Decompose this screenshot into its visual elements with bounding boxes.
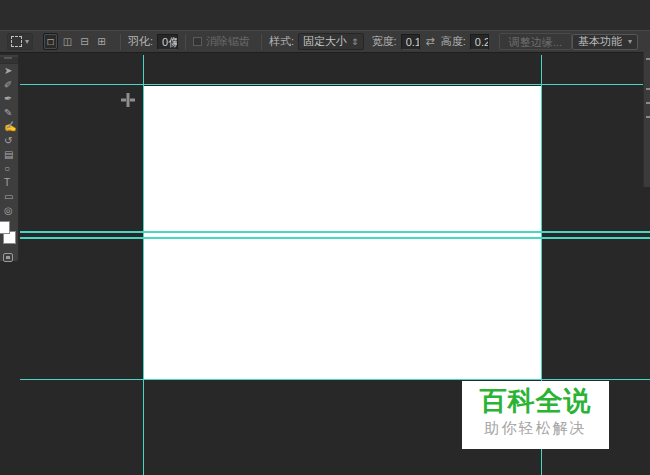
tool-lasso[interactable]: ✐	[0, 78, 18, 92]
tool-blur[interactable]: ○	[0, 162, 18, 176]
rectangular-marquee-icon	[11, 36, 22, 47]
watermark-card: 百科全说 助你轻松解决	[462, 381, 609, 449]
foreground-color-swatch[interactable]	[0, 221, 10, 234]
history-brush-tool-icon: ↺	[4, 136, 12, 146]
panel-icon-fragment	[646, 102, 650, 104]
height-label: 高度:	[441, 34, 466, 49]
lasso-tool-icon: ✐	[4, 80, 12, 90]
marquee-tool-preset[interactable]: ▾	[7, 33, 33, 50]
workspace-switcher-dropdown[interactable]: 基本功能 ▾	[572, 34, 638, 50]
brush-tool-icon: ✎	[4, 108, 12, 118]
style-dropdown[interactable]: 固定大小 ⇕	[298, 33, 364, 50]
blur-tool-icon: ○	[4, 164, 10, 174]
horizontal-guide-middle-lower[interactable]	[20, 237, 650, 239]
divider	[185, 34, 186, 50]
collapsed-panel-strip[interactable]	[643, 52, 650, 187]
updown-arrows-icon: ⇕	[351, 37, 359, 47]
tool-clone-stamp[interactable]: ✍	[0, 120, 18, 134]
vertical-guide-left[interactable]	[143, 55, 144, 475]
antialias-checkbox[interactable]	[193, 37, 202, 46]
subtract-from-selection-button[interactable]: ⊟	[77, 33, 92, 50]
height-input[interactable]: 0.2 厘米	[470, 34, 489, 50]
refine-edge-button[interactable]: 调整边缘...	[499, 33, 572, 50]
crosshair-vertical-bar	[126, 93, 130, 107]
clone-stamp-tool-icon: ✍	[4, 122, 16, 132]
divider	[261, 34, 262, 50]
panel-icon-fragment	[646, 88, 650, 90]
tool-eyedropper[interactable]: ✒	[0, 92, 18, 106]
tool-history-brush[interactable]: ↺	[0, 134, 18, 148]
selection-mode-buttons: □ ◫ ⊟ ⊞	[43, 33, 109, 50]
chevron-down-icon: ▾	[628, 38, 632, 46]
width-input[interactable]: 0.1 厘米	[401, 34, 420, 50]
horizontal-guide-bottom[interactable]	[20, 379, 650, 380]
zoom-tool-icon: ◎	[4, 206, 13, 216]
workspace-switcher-value: 基本功能	[578, 34, 622, 49]
width-label: 宽度:	[372, 34, 397, 49]
horizontal-guide-middle-upper[interactable]	[20, 231, 650, 233]
quick-mask-icon[interactable]	[3, 253, 13, 262]
intersect-selection-button[interactable]: ⊞	[94, 33, 109, 50]
tool-zoom[interactable]: ◎	[0, 204, 18, 218]
panel-icon-fragment	[646, 116, 650, 118]
palette-grip-icon	[4, 57, 12, 59]
chevron-down-icon: ▾	[25, 38, 29, 46]
menu-bar-strip	[0, 0, 650, 30]
tool-gradient[interactable]: ▤	[0, 148, 18, 162]
feather-label: 羽化:	[128, 34, 153, 49]
panel-icon-fragment	[646, 58, 650, 60]
color-swatches	[0, 220, 18, 250]
tool-type[interactable]: T	[0, 176, 18, 190]
swap-dimensions-icon[interactable]: ⇄	[426, 35, 435, 48]
tool-move[interactable]: ➤	[0, 64, 18, 78]
tool-palette-header[interactable]	[0, 57, 18, 64]
type-tool-icon: T	[4, 178, 10, 188]
options-bar: ▾ □ ◫ ⊟ ⊞ 羽化: 0像素 消除锯齿 样式: 固定大小 ⇕ 宽度: 0.…	[0, 30, 650, 53]
horizontal-guide-top[interactable]	[20, 84, 643, 85]
gradient-tool-icon: ▤	[4, 150, 13, 160]
photoshop-workspace: { "colors": { "guide": "#45d6c4", "water…	[0, 0, 650, 475]
tool-brush[interactable]: ✎	[0, 106, 18, 120]
watermark-subtitle: 助你轻松解决	[462, 419, 609, 438]
crosshair-cursor	[121, 93, 135, 107]
antialias-label: 消除锯齿	[206, 34, 250, 49]
document-canvas[interactable]	[143, 86, 541, 380]
shape-tool-icon: ▭	[4, 192, 13, 202]
tool-shape[interactable]: ▭	[0, 190, 18, 204]
style-dropdown-value: 固定大小	[303, 34, 347, 49]
feather-input[interactable]: 0像素	[157, 34, 178, 50]
tool-palette: ➤ ✐ ✒ ✎ ✍ ↺ ▤ ○ T ▭ ◎	[0, 55, 19, 262]
move-tool-icon: ➤	[4, 66, 12, 76]
divider	[120, 34, 121, 50]
eyedropper-tool-icon: ✒	[4, 94, 12, 104]
new-selection-button[interactable]: □	[43, 33, 58, 50]
add-to-selection-button[interactable]: ◫	[60, 33, 75, 50]
style-label: 样式:	[269, 34, 294, 49]
watermark-title: 百科全说	[462, 386, 609, 417]
